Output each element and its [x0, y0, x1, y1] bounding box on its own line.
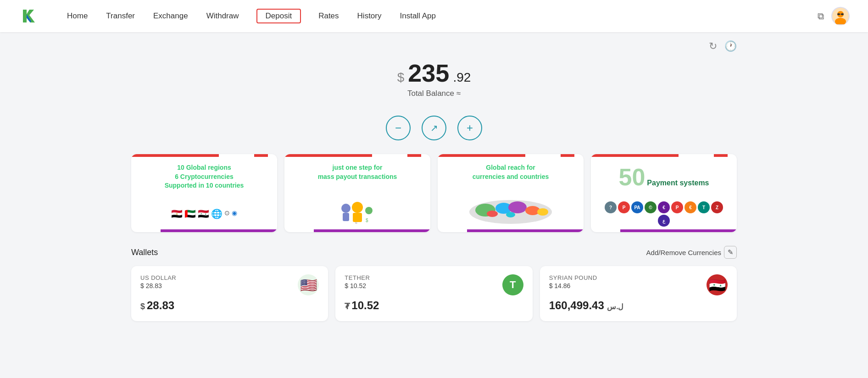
card-title-3: Global reach for currencies and countrie…: [445, 163, 576, 181]
logo[interactable]: [18, 6, 39, 26]
balance-dollar-sign: $: [397, 70, 405, 85]
nav-withdraw[interactable]: Withdraw: [206, 10, 240, 22]
card-visual-1: 🇪🇬 🇦🇪 🇸🇾 🌐 ⊙ ◉: [139, 197, 270, 229]
avatar[interactable]: [831, 7, 850, 25]
wallet-usd-value-tether: $ 10.52: [345, 282, 370, 289]
clock-icon[interactable]: 🕐: [724, 40, 737, 52]
wallets-header: Wallets Add/Remove Currencies ✎: [131, 246, 737, 259]
svg-rect-7: [841, 13, 844, 15]
balance-cents: .92: [453, 70, 471, 85]
withdraw-button[interactable]: −: [386, 116, 411, 140]
deposit-button[interactable]: +: [457, 116, 482, 140]
refresh-icon[interactable]: ↻: [709, 40, 717, 52]
copy-icon[interactable]: ⧉: [818, 11, 824, 22]
balance-main: 235: [408, 59, 449, 87]
svg-text:≈: ≈: [355, 221, 357, 225]
nav-install-app[interactable]: Install App: [399, 10, 436, 22]
wallet-card-top-syp: SYRIAN POUND $ 14.86 🇸🇾: [549, 274, 728, 295]
wallet-flag-tether: T: [502, 274, 523, 295]
wallet-card-usd: US DOLLAR $ 28.83 🇺🇸 $28.83: [131, 266, 328, 321]
svg-point-9: [341, 204, 351, 213]
wallet-currency-name-usd: US DOLLAR: [140, 274, 176, 281]
wallet-card-top-usd: US DOLLAR $ 28.83 🇺🇸: [140, 274, 319, 295]
transfer-button[interactable]: ↗: [422, 116, 446, 140]
wallet-symbol-tether: ₮: [345, 302, 350, 311]
wallet-card-syp: SYRIAN POUND $ 14.86 🇸🇾 ل.س 160,499.43: [540, 266, 737, 321]
card-bottom-bar-1: [131, 229, 277, 232]
nav-exchange[interactable]: Exchange: [152, 10, 189, 22]
feature-card-payment-systems: 50 Payment systems ? P PA © € P € T Z ع: [591, 154, 737, 232]
card-content-3: Global reach for currencies and countrie…: [438, 157, 584, 229]
nav-rates[interactable]: Rates: [317, 10, 339, 22]
card-top-bar-3: [438, 154, 584, 157]
svg-rect-10: [343, 213, 349, 221]
svg-point-11: [352, 202, 363, 213]
nav-transfer[interactable]: Transfer: [105, 10, 136, 22]
card-visual-2: $ ≈: [292, 195, 423, 229]
header-right: ⧉: [818, 7, 850, 25]
action-buttons: − ↗ +: [131, 116, 737, 140]
payment-label: Payment systems: [647, 179, 709, 187]
payment-number: 50: [618, 163, 645, 191]
wallet-info-usd: US DOLLAR $ 28.83: [140, 274, 176, 289]
plus-icon: +: [467, 122, 473, 134]
card-title-2: just one step for mass payout transactio…: [292, 163, 423, 181]
wallet-info-tether: TETHER $ 10.52: [345, 274, 370, 289]
minus-icon: −: [395, 122, 401, 134]
add-remove-currencies-label: Add/Remove Currencies: [646, 249, 721, 256]
svg-point-19: [508, 201, 527, 213]
wallet-symbol-syp: ل.س: [607, 303, 623, 311]
card-top-bar-1: [131, 154, 277, 157]
wallet-main-amount-syp: ل.س 160,499.43: [549, 299, 728, 312]
wallet-main-amount-usd: $28.83: [140, 299, 319, 312]
card-visual-4: ? P PA © € P € T Z ع: [598, 196, 729, 229]
feature-card-mass-payout: just one step for mass payout transactio…: [284, 154, 430, 232]
wallet-flag-syp: 🇸🇾: [707, 274, 728, 295]
edit-icon: ✎: [724, 246, 737, 259]
svg-rect-6: [837, 13, 840, 15]
nav-deposit[interactable]: Deposit: [256, 9, 301, 23]
wallet-flag-usd: 🇺🇸: [298, 274, 319, 295]
svg-point-21: [537, 208, 548, 216]
balance-amount: $ 235 .92: [131, 59, 737, 87]
card-content-2: just one step for mass payout transactio…: [284, 157, 430, 229]
card-bottom-bar-4: [591, 229, 737, 232]
feature-cards: 10 Global regions 6 Cryptocurrencies Sup…: [131, 154, 737, 232]
wallet-card-tether: TETHER $ 10.52 T ₮10.52: [335, 266, 532, 321]
card-top-bar-4: [591, 154, 737, 157]
wallet-currency-name-tether: TETHER: [345, 274, 370, 281]
wallet-cards: US DOLLAR $ 28.83 🇺🇸 $28.83 TETHER $ 10.…: [131, 266, 737, 321]
add-remove-currencies-button[interactable]: Add/Remove Currencies ✎: [646, 246, 737, 259]
svg-text:$: $: [366, 218, 368, 223]
nav-home[interactable]: Home: [66, 10, 89, 22]
feature-card-global-regions: 10 Global regions 6 Cryptocurrencies Sup…: [131, 154, 277, 232]
wallet-currency-name-syp: SYRIAN POUND: [549, 274, 597, 281]
card-content-4: 50 Payment systems ? P PA © € P € T Z ع: [591, 157, 737, 229]
card-top-bar-2: [284, 154, 430, 157]
svg-point-23: [506, 212, 515, 217]
top-actions: ↻ 🕐: [131, 32, 737, 54]
nav-history[interactable]: History: [356, 10, 383, 22]
wallet-info-syp: SYRIAN POUND $ 14.86: [549, 274, 597, 289]
arrow-up-right-icon: ↗: [430, 122, 438, 133]
header: Home Transfer Exchange Withdraw Deposit …: [0, 0, 868, 32]
feature-card-global-reach: Global reach for currencies and countrie…: [438, 154, 584, 232]
wallet-symbol-usd: $: [140, 302, 145, 311]
card-title-1: 10 Global regions 6 Cryptocurrencies Sup…: [139, 163, 270, 190]
balance-label: Total Balance ≈: [131, 89, 737, 98]
globe-flags: 🇪🇬 🇦🇪 🇸🇾 🌐 ⊙ ◉: [171, 208, 237, 219]
wallet-main-amount-tether: ₮10.52: [345, 299, 523, 312]
svg-point-13: [365, 207, 373, 214]
wallet-card-top-tether: TETHER $ 10.52 T: [345, 274, 523, 295]
svg-rect-12: [353, 213, 362, 222]
wallet-usd-value-syp: $ 14.86: [549, 282, 597, 289]
card-bottom-bar-2: [284, 229, 430, 232]
main-content: ↻ 🕐 $ 235 .92 Total Balance ≈ − ↗ + 10 G…: [113, 32, 755, 321]
svg-point-22: [487, 211, 498, 217]
wallet-usd-value-usd: $ 28.83: [140, 282, 176, 289]
main-nav: Home Transfer Exchange Withdraw Deposit …: [66, 9, 818, 23]
card-content-1: 10 Global regions 6 Cryptocurrencies Sup…: [131, 157, 277, 229]
balance-section: $ 235 .92 Total Balance ≈: [131, 54, 737, 107]
wallets-title: Wallets: [131, 248, 158, 257]
payment-logos: ? P PA © € P € T Z ع: [598, 201, 729, 227]
